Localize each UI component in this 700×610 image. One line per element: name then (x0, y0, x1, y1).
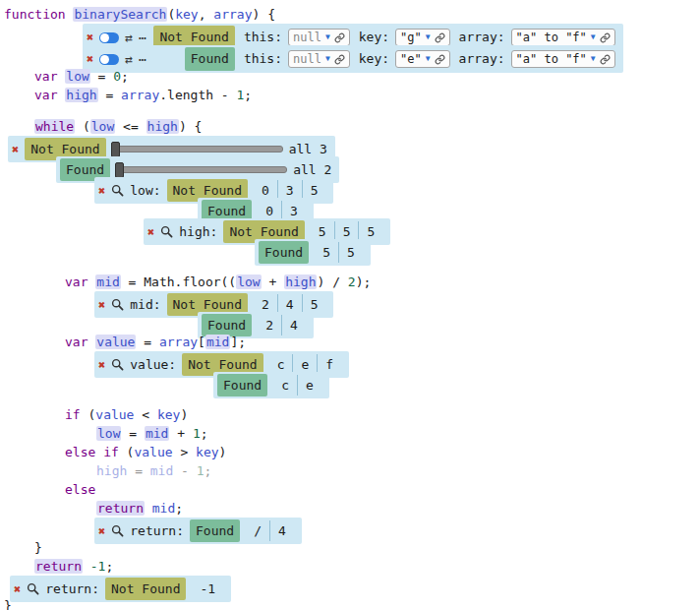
watch-probe-row: Foundce (0, 372, 700, 393)
code-token-highlighted[interactable]: high (65, 88, 97, 102)
close-icon[interactable]: ✖ (14, 583, 21, 595)
slider-thumb[interactable] (115, 162, 124, 178)
code-line-row: var high = array.length - 1; (0, 86, 700, 104)
hits-slider[interactable] (112, 146, 283, 152)
close-icon[interactable]: ✖ (87, 53, 93, 65)
code-token: } (34, 540, 42, 555)
watch-probe-row: Found24 (0, 312, 700, 333)
code-token-highlighted[interactable]: return (96, 501, 145, 516)
code-token-highlighted[interactable]: mid (205, 335, 230, 349)
close-icon[interactable]: ✖ (12, 144, 19, 155)
value-dropdown[interactable]: null▼ (288, 29, 350, 46)
code-token: -1 (90, 559, 106, 574)
code-token-highlighted[interactable]: high (146, 119, 179, 134)
dropdown-arrow-icon: ▼ (426, 33, 431, 41)
code-token: var (34, 88, 65, 102)
close-icon[interactable]: ✖ (87, 31, 93, 43)
code-token (145, 501, 152, 516)
code-token: var (65, 274, 95, 289)
close-icon[interactable]: ✖ (98, 525, 105, 537)
dropdown-value: null (293, 52, 321, 66)
code-editor: function binarySearch(key, array) {✖⇄⋯No… (0, 0, 700, 610)
watch-probe-row: ✖high:Not Found555 (0, 218, 700, 239)
code-token: - (173, 463, 196, 478)
link-icon[interactable] (600, 32, 611, 43)
code-token: value (134, 445, 172, 459)
code-token (83, 559, 90, 574)
code-token: array (213, 7, 252, 22)
code-token: = (90, 69, 113, 84)
code-line: else if (value > key) (0, 443, 226, 461)
code-line-row: function binarySearch(key, array) { (0, 5, 700, 24)
code-line-row: while (low <= high) { (0, 117, 700, 136)
code-line-row: } (0, 596, 700, 610)
code-token-highlighted[interactable]: low (65, 69, 89, 84)
dropdown-arrow-icon: ▼ (426, 55, 431, 63)
swap-icon[interactable]: ⇄ (125, 53, 133, 66)
code-token-highlighted[interactable]: low (90, 119, 115, 134)
code-token-highlighted[interactable]: low (96, 426, 121, 441)
magnifier-icon (111, 358, 124, 371)
toggle-switch[interactable] (99, 54, 119, 65)
blank-line (0, 393, 700, 405)
code-token: = (136, 335, 158, 349)
swap-icon[interactable]: ⇄ (125, 31, 133, 44)
code-token-highlighted[interactable]: while (34, 119, 75, 134)
value-dropdown[interactable]: "a" to "f"▼ (511, 29, 615, 46)
value-dropdown[interactable]: "e"▼ (395, 50, 450, 68)
code-token-highlighted[interactable]: high (284, 274, 317, 289)
watch-probe-row: ✖low:Not Found035 (0, 177, 700, 198)
code-token: else (65, 482, 95, 497)
code-line-row: if (value < key) (0, 405, 700, 424)
close-icon[interactable]: ✖ (98, 299, 105, 311)
code-token: else if (65, 445, 119, 459)
slider-probe-row: Foundall 2 (0, 156, 700, 177)
value-dropdown[interactable]: "a" to "f"▼ (511, 50, 615, 68)
code-line-row: var low = 0; (0, 67, 700, 86)
code-token-highlighted[interactable]: mid (145, 426, 169, 441)
code-line-row: low = mid + 1; (0, 424, 700, 443)
code-token: } (4, 598, 12, 610)
code-token-highlighted[interactable]: return (34, 559, 83, 574)
code-line: } (0, 538, 42, 557)
code-token-highlighted[interactable]: mid (95, 274, 120, 289)
hits-slider[interactable] (116, 166, 287, 173)
code-line: return mid; (0, 499, 183, 518)
code-token-highlighted[interactable]: binarySearch (73, 7, 167, 22)
code-token: ]; (230, 335, 246, 349)
code-token: ) (219, 445, 227, 459)
link-icon[interactable] (435, 32, 445, 43)
code-line: function binarySearch(key, array) { (0, 5, 275, 24)
code-token: mid (152, 501, 175, 516)
code-line: var low = 0; (0, 67, 129, 86)
code-token: ) / (317, 274, 347, 289)
close-icon[interactable]: ✖ (147, 226, 154, 238)
code-line: else (0, 480, 95, 499)
dropdown-arrow-icon: ▼ (325, 33, 330, 41)
code-token: ) (180, 407, 188, 422)
more-icon[interactable]: ⋯ (139, 53, 146, 66)
magnifier-icon (111, 184, 124, 197)
code-token: , (199, 7, 214, 22)
toggle-switch[interactable] (99, 32, 119, 43)
link-icon[interactable] (334, 32, 345, 43)
code-token: 1 (193, 426, 201, 441)
link-icon[interactable] (435, 54, 445, 65)
code-line: return -1; (0, 557, 113, 576)
code-token: > (173, 445, 196, 459)
code-line: var value = array[mid]; (0, 333, 246, 351)
link-icon[interactable] (600, 54, 611, 65)
code-token: ; (175, 501, 183, 516)
value-dropdown[interactable]: null▼ (288, 50, 350, 68)
code-token-highlighted[interactable]: low (236, 274, 261, 289)
link-icon[interactable] (334, 54, 345, 65)
code-token-highlighted[interactable]: value (95, 335, 136, 349)
value-dropdown[interactable]: "g"▼ (395, 29, 450, 46)
slider-thumb[interactable] (111, 142, 120, 157)
code-line: var mid = Math.floor((low + high) / 2); (0, 273, 371, 291)
close-icon[interactable]: ✖ (98, 359, 105, 371)
code-token: ; (204, 463, 212, 478)
close-icon[interactable]: ✖ (98, 185, 105, 197)
more-icon[interactable]: ⋯ (139, 31, 146, 44)
code-token: + (169, 426, 192, 441)
